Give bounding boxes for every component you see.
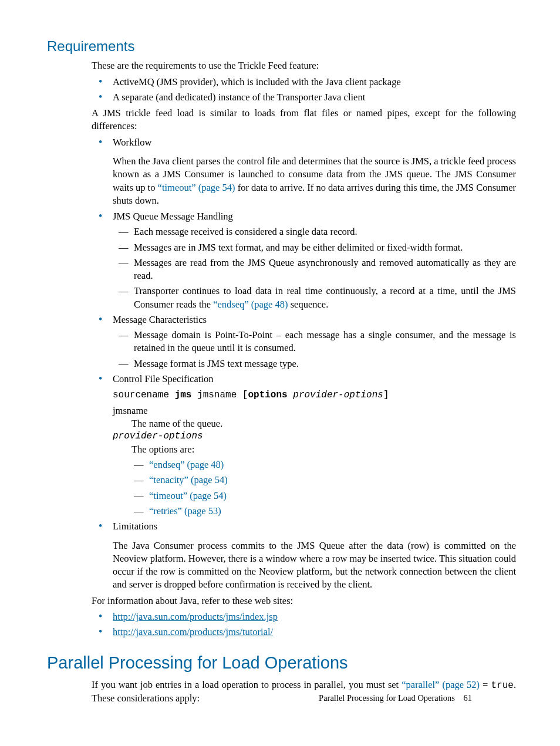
list-item: “endseq” (page 48) <box>128 458 516 471</box>
list-item-jms-queue: JMS Queue Message Handling Each message … <box>92 210 516 311</box>
limitations-desc: The Java Consumer process commits to the… <box>113 539 516 592</box>
link-jms-tutorial[interactable]: http://java.sun.com/products/jms/tutoria… <box>113 626 273 637</box>
list-item-message-characteristics: Message Characteristics Message domain i… <box>92 313 516 370</box>
item-label: Limitations <box>113 521 157 532</box>
list-item: “timeout” (page 54) <box>128 490 516 502</box>
xref-timeout[interactable]: “timeout” (page 54) <box>158 182 235 193</box>
term-provider-options: provider-options <box>113 430 516 443</box>
list-item-limitations: Limitations The Java Consumer process co… <box>92 520 516 591</box>
link-jms-index[interactable]: http://java.sun.com/products/jms/index.j… <box>113 611 278 622</box>
list-item: Each message received is considered a si… <box>113 225 516 238</box>
xref-tenacity[interactable]: “tenacity” (page 54) <box>149 474 228 485</box>
code-line: sourcename jms jmsname [options provider… <box>113 389 516 402</box>
jms-queue-sublist: Each message received is considered a si… <box>113 225 516 311</box>
item-label: Workflow <box>113 137 152 148</box>
requirements-list: ActiveMQ (JMS provider), which is includ… <box>92 76 516 104</box>
list-item: http://java.sun.com/products/jms/tutoria… <box>92 626 516 639</box>
item-label: Message Characteristics <box>113 314 207 325</box>
list-item: ActiveMQ (JMS provider), which is includ… <box>92 76 516 89</box>
links-list: http://java.sun.com/products/jms/index.j… <box>92 610 516 639</box>
list-item-control-file: Control File Specification sourcename jm… <box>92 373 516 518</box>
intro-text: These are the requirements to use the Tr… <box>92 59 516 72</box>
list-item: http://java.sun.com/products/jms/index.j… <box>92 610 516 623</box>
xref-endseq[interactable]: “endseq” (page 48) <box>149 459 224 470</box>
list-item: Message domain is Point-To-Point – each … <box>113 329 516 355</box>
list-item: A separate (and dedicated) instance of t… <box>92 91 516 104</box>
body-text: A JMS trickle feed load is similar to lo… <box>92 107 516 133</box>
list-item: Messages are in JMS text format, and may… <box>113 241 516 254</box>
workflow-desc: When the Java client parses the control … <box>113 155 516 207</box>
list-item: “retries” (page 53) <box>128 505 516 518</box>
list-item: “tenacity” (page 54) <box>128 474 516 487</box>
xref-parallel[interactable]: “parallel” (page 52) <box>402 679 480 690</box>
list-item-workflow: Workflow When the Java client parses the… <box>92 136 516 207</box>
list-item: Transporter continues to load data in re… <box>113 285 516 311</box>
item-label: JMS Queue Message Handling <box>113 211 233 222</box>
section-heading-requirements: Requirements <box>47 37 516 56</box>
body-text: For information about Java, refer to the… <box>92 595 516 607</box>
page: Requirements These are the requirements … <box>47 37 516 727</box>
list-item: Messages are read from the JMS Queue asy… <box>113 256 516 283</box>
section-heading-parallel: Parallel Processing for Load Operations <box>47 652 516 674</box>
xref-retries[interactable]: “retries” (page 53) <box>149 505 221 517</box>
list-item: Message format is JMS text message type. <box>113 357 516 370</box>
xref-endseq[interactable]: “endseq” (page 48) <box>213 299 288 310</box>
item-label: Control File Specification <box>113 373 213 384</box>
options-sublist: “endseq” (page 48) “tenacity” (page 54) … <box>128 458 516 518</box>
footer-text: Parallel Processing for Load Operations <box>319 693 455 703</box>
xref-timeout[interactable]: “timeout” (page 54) <box>149 490 227 501</box>
def-provider-options: The options are: “endseq” (page 48) “ten… <box>131 443 516 518</box>
page-number: 61 <box>464 693 473 703</box>
msgchar-sublist: Message domain is Point-To-Point – each … <box>113 329 516 370</box>
differences-list: Workflow When the Java client parses the… <box>92 136 516 592</box>
def-jmsname: The name of the queue. <box>131 417 516 430</box>
section-body: These are the requirements to use the Tr… <box>92 59 516 639</box>
term-jmsname: jmsname <box>113 404 516 417</box>
page-footer: Parallel Processing for Load Operations … <box>319 693 472 704</box>
